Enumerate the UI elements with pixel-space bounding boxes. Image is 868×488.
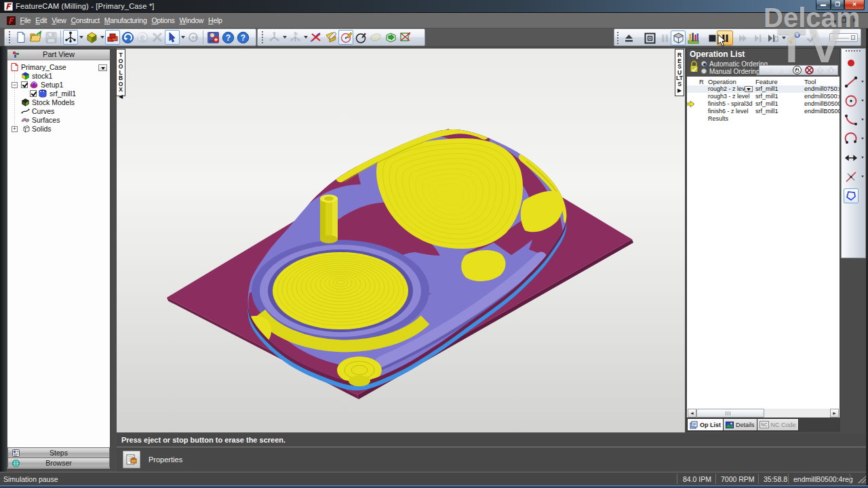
toolbar-grip[interactable] (617, 32, 619, 44)
resize-grip[interactable] (858, 475, 866, 483)
menu-window[interactable]: Window (177, 13, 206, 28)
undo-icon[interactable] (120, 30, 135, 45)
select-cursor-icon[interactable] (165, 30, 180, 45)
circle-tool[interactable] (842, 92, 865, 110)
sim-pause2-icon[interactable] (657, 30, 672, 45)
menu-construct[interactable]: Construct (68, 13, 102, 28)
help-icon[interactable]: ? (220, 30, 235, 45)
stock-dropdown-icon[interactable] (99, 30, 105, 45)
column-feature[interactable]: Feature (755, 78, 778, 85)
sim-3d-icon[interactable] (671, 30, 686, 45)
stock-icon[interactable] (84, 30, 99, 45)
surface-edit-icon[interactable] (323, 30, 338, 45)
tree-item-surfaces[interactable]: Surfaces (7, 116, 110, 125)
tab-op-list[interactable]: Op List (687, 418, 724, 431)
tree-item-setup1[interactable]: − Setup1 (7, 81, 110, 89)
features-icon[interactable] (105, 30, 120, 45)
toolbar-grip[interactable] (846, 50, 861, 53)
srf-mill1-checkbox[interactable] (30, 90, 37, 97)
expand-icon[interactable]: + (12, 126, 18, 132)
sim-window-icon[interactable] (642, 30, 657, 45)
minimize-button[interactable]: ▬ (816, 0, 831, 10)
trim-tool[interactable] (842, 167, 865, 186)
context-help-icon[interactable]: ? (235, 30, 250, 45)
part-view-dropdown-icon[interactable] (78, 30, 84, 45)
operation-row-rough2[interactable]: rough2 - z level srf_mill1 endmill0750:r… (687, 85, 840, 93)
tab-nc-code[interactable]: NC NC Code (757, 418, 799, 431)
point-tool[interactable] (842, 54, 865, 73)
eject-icon[interactable] (621, 30, 636, 45)
circle-edit-icon[interactable] (353, 30, 368, 45)
column-tool[interactable]: Tool (804, 78, 816, 85)
results-tab[interactable]: RESULTS ▶ (675, 49, 684, 96)
polygon-tool[interactable] (842, 186, 865, 205)
browser-button[interactable]: Browser (7, 458, 110, 468)
curve-wizard-icon[interactable] (267, 30, 281, 45)
graphics-viewport[interactable]: TOOLBOX ◀ RESULTS ▶ (117, 48, 685, 432)
mdi-restore-icon[interactable]: ❐ (841, 16, 846, 25)
setup1-checkbox[interactable] (21, 81, 28, 88)
toolbar-grip[interactable] (9, 31, 11, 43)
dimension-circle-icon[interactable] (338, 30, 353, 45)
column-operation[interactable]: Operation (708, 78, 736, 85)
reorder-icon[interactable] (762, 66, 770, 74)
operation-dropdown-icon[interactable] (745, 86, 753, 92)
menu-edit[interactable]: Edit (33, 13, 50, 28)
wrench-icon[interactable] (787, 30, 802, 45)
operation-row-finish6[interactable]: finish6 - z level srf_mill1 endmillB0500… (687, 108, 840, 115)
scrollbar-thumb[interactable] (696, 409, 764, 418)
part-view-header[interactable]: Part View (7, 49, 110, 60)
hand-icon[interactable] (793, 66, 802, 75)
restore-button[interactable]: ❐ (831, 0, 844, 10)
dimension-tool[interactable] (842, 148, 865, 167)
menu-file[interactable]: File (18, 13, 33, 28)
dimension-dropdown-icon[interactable] (861, 157, 864, 159)
to-next-icon[interactable] (750, 30, 765, 45)
mdi-minimize-icon[interactable]: ▬ (829, 16, 835, 25)
scroll-left-icon[interactable]: ◄ (688, 409, 696, 418)
fillet-tool[interactable] (842, 110, 865, 129)
to-end-icon[interactable] (735, 30, 750, 45)
operation-row-rough3[interactable]: rough3 - z level srf_mill1 endmill0500:r… (687, 93, 840, 100)
check-icon[interactable] (804, 30, 818, 45)
line-tool[interactable] (842, 73, 865, 92)
move-down-icon[interactable] (827, 66, 835, 74)
open-icon[interactable] (28, 30, 43, 45)
speed-slider-handle[interactable] (851, 35, 855, 40)
toolbox-tab[interactable]: TOOLBOX ◀ (116, 49, 125, 96)
operation-row-results[interactable]: Results (687, 115, 840, 123)
new-document-icon[interactable] (14, 30, 28, 45)
circle-dropdown-icon[interactable] (861, 100, 864, 102)
part-view-toggle-icon[interactable] (63, 30, 78, 45)
tree-item-srf-mill1[interactable]: srf_mill1 (7, 89, 110, 98)
scroll-right-icon[interactable]: ► (830, 409, 839, 418)
pause-list-icon[interactable] (783, 66, 789, 74)
tree-item-curves[interactable]: Curves (7, 107, 110, 116)
tree-item-primary-case[interactable]: Primary_Case (7, 63, 110, 72)
tree-item-stock1[interactable]: stock1 (7, 72, 110, 81)
close-button[interactable]: ✕ (844, 0, 865, 10)
part-dropdown-button[interactable] (98, 64, 107, 71)
automatic-ordering-radio[interactable]: Automatic Ordering (701, 60, 768, 68)
menu-help[interactable]: Help (206, 13, 224, 28)
curve-wizard-dropdown-icon[interactable] (281, 30, 288, 45)
collapse-icon[interactable]: − (12, 82, 18, 88)
select-dropdown-icon[interactable] (180, 30, 186, 45)
steps-button[interactable]: Steps (7, 447, 110, 458)
menu-manufacturing[interactable]: Manufacturing (102, 13, 149, 28)
transform-icon[interactable] (398, 30, 413, 45)
delete-icon[interactable] (150, 30, 165, 45)
group-icon[interactable] (773, 66, 781, 74)
rotate-icon[interactable] (186, 30, 201, 45)
toolbar-grip[interactable] (262, 31, 264, 43)
operation-row-finish5[interactable]: finish5 - spiral3d srf_mill1 endmillB050… (687, 100, 840, 108)
import-icon[interactable] (383, 30, 398, 45)
trim-dropdown-icon[interactable] (861, 176, 864, 178)
curve-trim-icon[interactable] (309, 30, 323, 45)
fillet-dropdown-icon[interactable] (861, 119, 864, 121)
arc-dropdown-icon[interactable] (861, 138, 864, 140)
mdi-close-icon[interactable]: ✕ (852, 16, 857, 25)
menu-options[interactable]: Options (149, 13, 177, 28)
speed-slider[interactable] (829, 33, 858, 42)
line-dropdown-icon[interactable] (861, 81, 864, 83)
